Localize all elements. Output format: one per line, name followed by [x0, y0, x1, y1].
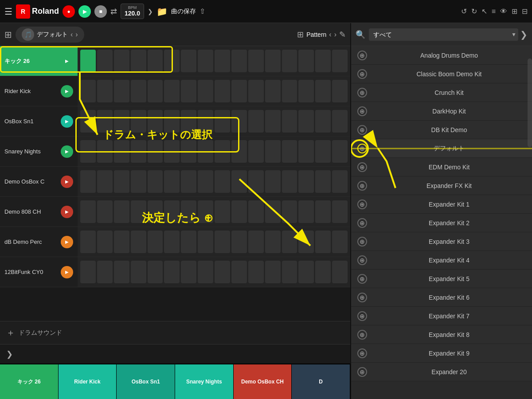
- pad[interactable]: [97, 50, 113, 72]
- track-play-button[interactable]: ▶: [61, 176, 73, 188]
- pad[interactable]: [282, 231, 297, 253]
- pad[interactable]: [315, 200, 331, 223]
- kit-next-arrow[interactable]: ›: [75, 31, 78, 39]
- bottom-pad[interactable]: D: [292, 364, 350, 399]
- add-circle-icon[interactable]: ⊕: [357, 311, 367, 321]
- pad[interactable]: [181, 80, 196, 102]
- pad[interactable]: [114, 170, 129, 193]
- track-play-button[interactable]: ▶: [61, 115, 73, 128]
- add-circle-icon[interactable]: ⊕: [357, 106, 367, 116]
- pad[interactable]: [315, 231, 331, 253]
- add-circle-icon[interactable]: ⊕: [357, 218, 367, 228]
- kit-selector[interactable]: 🎵 デフォルト ‹ ›: [16, 27, 84, 43]
- loop-button[interactable]: ⇄: [110, 7, 117, 16]
- list-item[interactable]: ⊕ Expander Kit 2: [351, 214, 532, 232]
- pad[interactable]: [198, 200, 213, 223]
- pad[interactable]: [131, 50, 146, 72]
- pad[interactable]: [181, 170, 196, 193]
- folder-icon[interactable]: 📁: [156, 6, 168, 17]
- pad[interactable]: [231, 50, 247, 72]
- pad[interactable]: [114, 231, 129, 253]
- bottom-pad[interactable]: キック 26: [0, 364, 59, 399]
- list-icon[interactable]: ≡: [492, 8, 496, 16]
- list-item[interactable]: ⊕ Crunch Kit: [351, 83, 532, 102]
- add-circle-icon[interactable]: ⊕: [357, 181, 367, 191]
- add-circle-icon[interactable]: ⊕: [357, 88, 367, 98]
- pad[interactable]: [231, 200, 247, 223]
- grid-icon[interactable]: ⊞: [4, 29, 12, 40]
- add-circle-icon[interactable]: ⊕: [357, 348, 367, 358]
- add-circle-icon[interactable]: ⊕: [357, 293, 367, 302]
- pad[interactable]: [97, 110, 113, 133]
- pad[interactable]: [315, 170, 331, 193]
- pad[interactable]: [97, 140, 113, 163]
- pad[interactable]: [265, 110, 281, 133]
- pad[interactable]: [215, 140, 230, 163]
- pad[interactable]: [148, 80, 163, 102]
- pad[interactable]: [198, 50, 213, 72]
- list-item[interactable]: ⊕ Classic Boom Demo Kit: [351, 65, 532, 83]
- pad[interactable]: [248, 200, 264, 223]
- pad[interactable]: [114, 261, 129, 283]
- list-item[interactable]: ⊕ Expander 20: [351, 363, 532, 381]
- add-circle-icon[interactable]: ⊕: [357, 255, 367, 265]
- redo-icon[interactable]: ↻: [471, 7, 477, 16]
- add-circle-icon[interactable]: ⊕: [357, 200, 367, 209]
- pad[interactable]: [164, 50, 180, 72]
- pattern-edit-icon[interactable]: ✎: [339, 30, 346, 39]
- pad[interactable]: [282, 170, 297, 193]
- pad[interactable]: [131, 170, 146, 193]
- pad[interactable]: [332, 231, 348, 253]
- pad[interactable]: [131, 200, 146, 223]
- pad[interactable]: [248, 261, 264, 283]
- pad[interactable]: [248, 50, 264, 72]
- pad[interactable]: [231, 80, 247, 102]
- pad[interactable]: [164, 110, 180, 133]
- pad[interactable]: [215, 80, 230, 102]
- list-item[interactable]: ⊕ EDM Demo Kit: [351, 158, 532, 176]
- track-play-button[interactable]: ▶: [61, 266, 73, 278]
- list-item[interactable]: ⊕ Expander Kit 8: [351, 325, 532, 344]
- pad[interactable]: [148, 231, 163, 253]
- pad[interactable]: [248, 231, 264, 253]
- pad[interactable]: [181, 110, 196, 133]
- list-item[interactable]: ⊕ Analog Drums Demo: [351, 46, 532, 65]
- kit-list[interactable]: ⊕ Analog Drums Demo ⊕ Classic Boom Demo …: [351, 46, 532, 399]
- pad[interactable]: [181, 261, 196, 283]
- pad[interactable]: [332, 140, 348, 163]
- bottom-expand[interactable]: ❯: [0, 344, 350, 364]
- list-item[interactable]: ⊕ Expander Kit 4: [351, 251, 532, 270]
- record-button[interactable]: ●: [63, 5, 75, 18]
- pad[interactable]: [231, 231, 247, 253]
- pad[interactable]: [282, 261, 297, 283]
- eye-icon[interactable]: 👁: [500, 8, 507, 16]
- pad[interactable]: [315, 261, 331, 283]
- pad[interactable]: [181, 200, 196, 223]
- add-circle-icon[interactable]: ⊕: [357, 69, 367, 79]
- pad[interactable]: [298, 140, 314, 163]
- bpm-display[interactable]: BPM 120.0: [121, 4, 144, 19]
- pad[interactable]: [114, 200, 129, 223]
- pad[interactable]: [80, 140, 96, 163]
- pad[interactable]: [80, 231, 96, 253]
- pad[interactable]: [265, 200, 281, 223]
- pad[interactable]: [80, 170, 96, 193]
- play-button[interactable]: ▶: [78, 5, 91, 18]
- pad[interactable]: [97, 200, 113, 223]
- pad[interactable]: [231, 110, 247, 133]
- pad[interactable]: [332, 50, 348, 72]
- bottom-pad[interactable]: Demo OsBox CH: [234, 364, 292, 399]
- pad[interactable]: [181, 140, 196, 163]
- pad[interactable]: [80, 50, 96, 72]
- pad[interactable]: [97, 231, 113, 253]
- pad[interactable]: [265, 261, 281, 283]
- add-circle-icon[interactable]: ⊕: [357, 237, 367, 246]
- pad[interactable]: [298, 231, 314, 253]
- pad[interactable]: [114, 50, 129, 72]
- pad[interactable]: [198, 231, 213, 253]
- pad[interactable]: [80, 80, 96, 102]
- stop-button[interactable]: ■: [94, 5, 107, 18]
- pad[interactable]: [248, 110, 264, 133]
- pad[interactable]: [298, 200, 314, 223]
- pad[interactable]: [114, 80, 129, 102]
